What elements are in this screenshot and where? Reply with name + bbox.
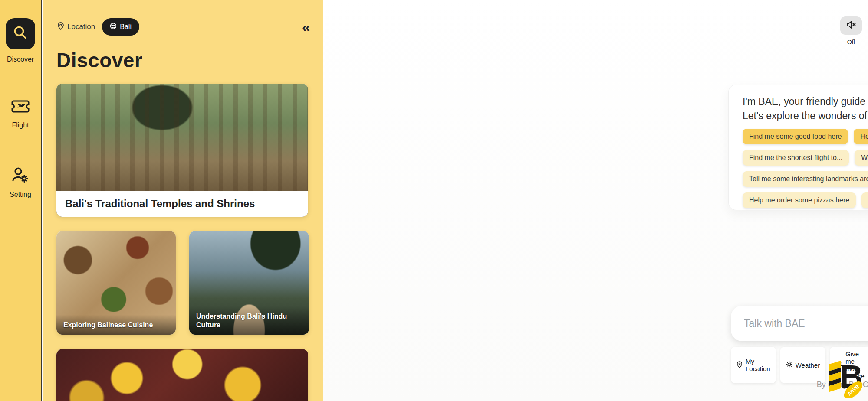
app-window: Discover Flight Setting Location: [0, 0, 868, 401]
user-gear-icon: [11, 166, 30, 185]
collapse-panel-icon[interactable]: «: [302, 21, 310, 33]
muted-speaker-icon: [846, 20, 856, 31]
discover-panel: Location Bali « Discover Bali's Traditio…: [43, 0, 323, 401]
audio-state-label: Off: [840, 39, 862, 46]
greeting-line-2: Let's explore the wonders of this magnif…: [743, 109, 868, 123]
message-input-bar: Send: [731, 306, 868, 341]
chat-main: I'm BAE, your friendly guide here. 😊 Let…: [324, 0, 868, 401]
discover-card-temples[interactable]: Bali's Traditional Temples and Shrines: [56, 84, 308, 217]
discover-card-cuisine[interactable]: Exploring Balinese Cuisine: [56, 231, 176, 335]
city-chip-bali[interactable]: Bali: [102, 18, 139, 36]
suggestion-chip-landmarks[interactable]: Tell me some interesting landmarks aroun…: [743, 171, 868, 187]
suggestion-chip-business-flight[interactable]: What is the cheapest business flight tic…: [855, 150, 868, 166]
quick-action-my-location[interactable]: My Location: [731, 347, 776, 383]
location-label: Location: [67, 23, 95, 31]
suggestion-row: Tell me some interesting landmarks aroun…: [743, 171, 868, 187]
card-title: Bali's Traditional Temples and Shrines: [65, 198, 255, 210]
suggestion-chip-good-food[interactable]: Find me some good food here: [743, 129, 848, 144]
suggestion-chip-shortest-flight[interactable]: Find me the shortest flight to...: [743, 150, 849, 166]
location-pin-icon: [736, 361, 743, 369]
suggestion-chip-weather[interactable]: How is the weather here?: [854, 129, 868, 144]
flight-ticket-icon: [11, 96, 30, 115]
suggestion-row: Help me order some pizzas here Any groce…: [743, 192, 868, 208]
dancers-photo: [56, 349, 308, 401]
card-title: Understanding Bali's Hindu Culture: [189, 306, 309, 335]
location-pin-icon: [57, 22, 64, 32]
search-icon: [12, 24, 29, 43]
bae-message-card: I'm BAE, your friendly guide here. 😊 Let…: [728, 85, 868, 210]
suggestion-row: Find me some good food here How is the w…: [743, 129, 868, 144]
quick-action-label: Weather: [796, 362, 820, 369]
discover-active-tile[interactable]: [6, 18, 35, 49]
city-chip-label: Bali: [120, 23, 132, 31]
sidebar-item-label: Flight: [0, 121, 41, 129]
brand-logo: B ARVR: [826, 356, 866, 398]
greeting-line-1: I'm BAE, your friendly guide here. 😊: [743, 95, 868, 109]
suggestion-chip-grocery[interactable]: Any grocery stores here?: [861, 192, 868, 208]
card-title: Exploring Balinese Cuisine: [56, 315, 176, 335]
globe-icon: [110, 23, 117, 31]
location-label-group: Location: [57, 22, 95, 32]
quick-action-label: My Location: [746, 358, 770, 372]
discover-card-hindu-culture[interactable]: Understanding Bali's Hindu Culture: [189, 231, 309, 335]
talk-input[interactable]: [744, 318, 868, 329]
sidebar-item-setting[interactable]: Setting: [0, 166, 41, 199]
nav-rail: Discover Flight Setting: [0, 0, 42, 401]
sidebar-item-label: Discover: [0, 55, 41, 63]
sidebar-item-label: Setting: [0, 191, 41, 199]
quick-action-weather[interactable]: Weather: [780, 347, 825, 383]
sun-icon: [786, 361, 792, 369]
audio-toggle: Off: [840, 16, 862, 46]
mute-button[interactable]: [840, 16, 862, 35]
sidebar-item-flight[interactable]: Flight: [0, 96, 41, 129]
suggestion-row: Find me the shortest flight to... What i…: [743, 150, 868, 166]
page-title: Discover: [56, 49, 142, 72]
suggestion-chip-pizzas[interactable]: Help me order some pizzas here: [743, 192, 856, 208]
discover-card-dancers[interactable]: [56, 349, 308, 401]
sidebar-item-discover[interactable]: Discover: [0, 18, 41, 63]
